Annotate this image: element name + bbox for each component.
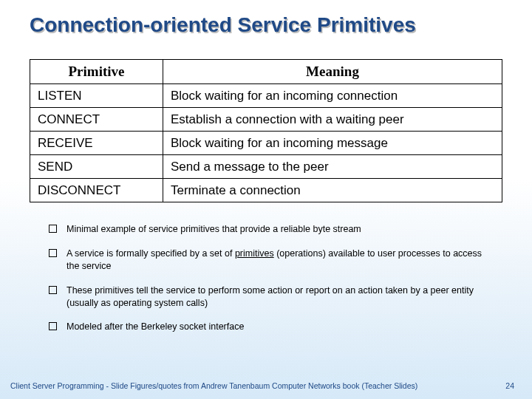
table-header-primitive: Primitive bbox=[30, 60, 163, 84]
slide-footer: Client Server Programming - Slide Figure… bbox=[0, 381, 532, 390]
table-row: CONNECT Establish a connection with a wa… bbox=[30, 108, 502, 132]
underlined-word: primitives bbox=[235, 248, 274, 259]
cell-primitive: DISCONNECT bbox=[30, 179, 163, 202]
table-row: DISCONNECT Terminate a connection bbox=[30, 179, 502, 202]
bullet-list: Minimal example of service primitives th… bbox=[49, 223, 495, 333]
cell-primitive: LISTEN bbox=[30, 84, 163, 108]
table-header-row: Primitive Meaning bbox=[30, 60, 502, 84]
cell-primitive: RECEIVE bbox=[30, 132, 163, 155]
cell-meaning: Terminate a connection bbox=[163, 179, 502, 202]
table-header-meaning: Meaning bbox=[163, 60, 502, 84]
footer-text: Client Server Programming - Slide Figure… bbox=[10, 381, 417, 390]
cell-meaning: Block waiting for an incoming message bbox=[163, 132, 502, 155]
cell-meaning: Send a message to the peer bbox=[163, 155, 502, 179]
cell-primitive: SEND bbox=[30, 155, 163, 179]
table-row: RECEIVE Block waiting for an incoming me… bbox=[30, 132, 502, 155]
table-row: LISTEN Block waiting for an incoming con… bbox=[30, 84, 502, 108]
cell-meaning: Block waiting for an incoming connection bbox=[163, 84, 502, 108]
cell-primitive: CONNECT bbox=[30, 108, 163, 132]
cell-meaning: Establish a connection with a waiting pe… bbox=[163, 108, 502, 132]
list-item: Minimal example of service primitives th… bbox=[49, 223, 495, 236]
slide-title: Connection-oriented Service Primitives bbox=[30, 13, 510, 37]
list-item: Modeled after the Berkeley socket interf… bbox=[49, 321, 495, 333]
table-row: SEND Send a message to the peer bbox=[30, 155, 502, 179]
page-number: 24 bbox=[505, 381, 514, 390]
list-item: A service is formally specified by a set… bbox=[49, 248, 495, 273]
list-item: These primitives tell the service to per… bbox=[49, 284, 495, 310]
primitives-table: Primitive Meaning LISTEN Block waiting f… bbox=[30, 59, 502, 202]
slide: Connection-oriented Service Primitives P… bbox=[0, 0, 532, 399]
